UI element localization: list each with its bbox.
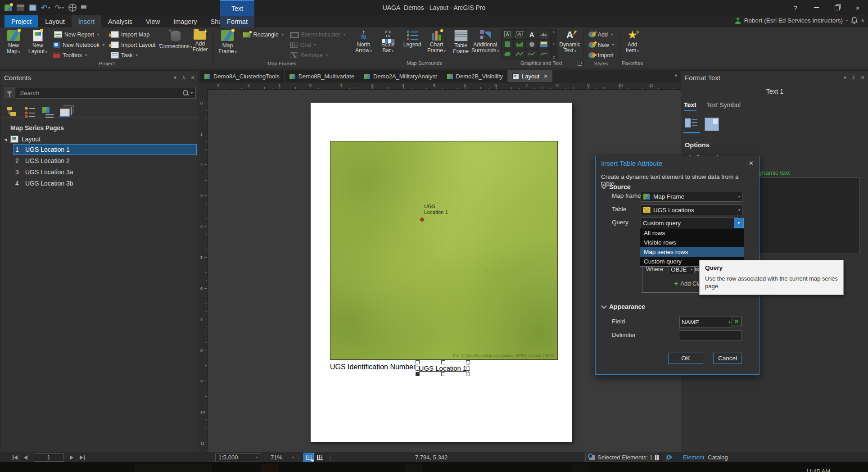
dialog-launcher-icon[interactable] — [578, 61, 582, 66]
panel-menu-icon[interactable]: ▾ — [174, 75, 176, 81]
tab-text[interactable]: Text — [684, 101, 696, 111]
query-option-visible-rows[interactable]: Visible rows — [640, 238, 744, 247]
set-field-button[interactable]: ✕ — [732, 317, 741, 326]
gallery-scrollbar[interactable]: ▴ ▾ ▾ — [551, 29, 557, 59]
account-dropdown-icon[interactable]: ▾ — [846, 18, 848, 23]
search-options-icon[interactable]: ▾ — [191, 91, 193, 95]
next-page-icon[interactable] — [70, 455, 73, 460]
map-series-page-ugs-location-3b[interactable]: 4UGS Location 3b — [13, 178, 197, 189]
toolbox-button[interactable]: Toolbox▾ — [50, 50, 107, 60]
map-series-page-ugs-location-2[interactable]: 2UGS Location 2 — [13, 155, 197, 166]
first-page-icon[interactable] — [13, 455, 18, 460]
dialog-close-icon[interactable]: ✕ — [749, 160, 754, 167]
document-tab-demo2b-visibility[interactable]: Demo2B_Visibility — [442, 70, 508, 82]
collapse-ribbon-icon[interactable]: ∧ — [861, 18, 864, 23]
pause-drawing-button[interactable] — [655, 455, 659, 460]
tab-analysis[interactable]: Analysis — [101, 15, 139, 27]
tab-view[interactable]: View — [139, 15, 167, 27]
tab-imagery[interactable]: Imagery — [167, 15, 203, 27]
document-tab-demo8b-multivariate[interactable]: Demo8B_Multivariate — [285, 70, 359, 82]
query-option-all-rows[interactable]: All rows — [640, 228, 744, 238]
help-button[interactable]: ? — [785, 0, 806, 15]
selection-handle[interactable] — [416, 372, 420, 376]
open-project-icon[interactable] — [17, 3, 24, 13]
selection-handle[interactable] — [466, 367, 470, 371]
restore-button[interactable] — [827, 0, 847, 15]
list-map-series-pages-icon[interactable] — [60, 109, 70, 117]
selected-dynamic-text-element[interactable]: UGS Location 1 — [417, 362, 469, 374]
tab-insert[interactable]: Insert — [72, 15, 101, 27]
add-item-button[interactable]: ★AddItem▾ — [621, 28, 644, 54]
filter-button[interactable] — [3, 86, 16, 99]
additional-surrounds-button[interactable]: AdditionalSurrounds▾ — [474, 28, 497, 54]
polygon-graphic-icon[interactable] — [514, 39, 526, 49]
selection-handle[interactable] — [416, 367, 420, 371]
gallery-scroll-down-icon[interactable]: ▾ — [553, 42, 555, 46]
query-option-map-series-rows[interactable]: Map series rows — [640, 247, 744, 257]
show-grid-toggle[interactable] — [315, 453, 325, 462]
text-polygon-icon[interactable]: A — [514, 29, 526, 39]
previous-page-icon[interactable] — [24, 455, 27, 460]
add-button[interactable]: Add▾ — [586, 29, 617, 40]
tree-root-layout[interactable]: Layout — [0, 134, 199, 144]
query-combo[interactable]: Custom query — [641, 218, 738, 228]
map-frame-button[interactable]: MapFrame▾ — [216, 28, 239, 55]
scale-bar-button[interactable]: 0 5 10ScaleBar▾ — [376, 28, 400, 54]
dynamic-text-button[interactable]: ADynamicText▾ — [558, 28, 582, 54]
static-text-element[interactable]: UGS Identification Number — [330, 363, 416, 371]
text-point-icon[interactable]: A — [526, 29, 538, 39]
explore-tool-icon[interactable] — [68, 3, 77, 13]
selection-handle[interactable] — [466, 372, 470, 376]
freehand-graphic-icon[interactable] — [538, 49, 550, 59]
close-button[interactable]: × — [847, 0, 868, 15]
map-series-page-ugs-location-1[interactable]: 1UGS Location 1 — [13, 144, 197, 155]
page-zoom-combo[interactable]: 71% ▾ — [271, 454, 294, 461]
selection-handle[interactable] — [466, 360, 470, 364]
panel-pin-icon[interactable]: ⊼ — [182, 75, 185, 81]
source-section-header[interactable]: Source — [602, 183, 630, 191]
line-graphic-icon[interactable] — [514, 49, 526, 59]
field-dropdown[interactable]: NAME ▾ — [679, 317, 732, 327]
list-by-source-icon[interactable] — [24, 106, 37, 118]
connections-button[interactable]: Connections▾ — [164, 28, 187, 50]
import-map-button[interactable]: Import Map — [108, 29, 163, 40]
new-notebook-button[interactable]: New Notebook▾ — [50, 40, 107, 50]
new-map-button[interactable]: NewMap▾ — [2, 28, 25, 55]
panel-close-icon[interactable]: ✕ — [191, 75, 195, 81]
task-button[interactable]: Task▾ — [108, 50, 163, 60]
text-options-icon[interactable] — [685, 118, 698, 130]
grid-button[interactable]: Grid▾ — [287, 40, 348, 50]
north-arrow-button[interactable]: ↑NNorthArrow▾ — [352, 28, 375, 54]
delimiter-input[interactable] — [679, 330, 742, 341]
map-scale-combo[interactable]: 1:5,000 ▾ — [215, 453, 261, 462]
snap-to-grid-toggle[interactable] — [303, 453, 314, 462]
last-page-icon[interactable] — [80, 455, 85, 460]
document-tab-demo8a-clusteringtools[interactable]: Demo8A_ClusteringTools — [199, 70, 285, 82]
panel-pin-icon[interactable]: ⊼ — [852, 75, 855, 81]
new-project-icon[interactable] — [5, 3, 12, 13]
selected-elements-badge[interactable]: Selected Elements: 1 — [585, 453, 657, 462]
close-tab-icon[interactable]: ✕ — [543, 73, 547, 79]
panel-close-icon[interactable]: ✕ — [861, 75, 865, 81]
tab-overflow-icon[interactable]: ▼ — [674, 73, 678, 78]
document-tab-demo2a-militaryanalyst[interactable]: Demo2A_MilitaryAnalyst — [359, 70, 442, 82]
gallery-expand-icon[interactable]: ▾ — [553, 55, 555, 59]
rectangle-graphic-icon[interactable] — [502, 39, 514, 49]
text-curved-icon[interactable]: abc — [538, 29, 550, 39]
new-layout-button[interactable]: NewLayout▾ — [26, 28, 50, 55]
customize-qat-button[interactable] — [81, 3, 86, 13]
tree-expand-icon[interactable] — [4, 139, 7, 142]
appearance-section-header[interactable]: Appearance — [602, 303, 645, 310]
reshape-button[interactable]: Reshape▾ — [287, 50, 348, 60]
query-dropdown-button[interactable]: ▼ — [734, 218, 744, 228]
extent-indicator-button[interactable]: Extent Indicator▾ — [287, 29, 348, 40]
cancel-button[interactable]: Cancel — [713, 353, 742, 364]
chart-frame-button[interactable]: ChartFrame▾ — [425, 28, 448, 54]
text-rectangle-paragraph-icon[interactable]: A — [502, 29, 514, 39]
add-folder-button[interactable]: AddFolder — [188, 28, 212, 53]
minimize-button[interactable] — [806, 0, 827, 15]
rectangle-button[interactable]: Rectangle▾ — [240, 29, 286, 40]
table-dropdown[interactable]: UGS Locations ▾ — [641, 204, 742, 215]
document-tab-layout[interactable]: Layout✕ — [508, 70, 552, 82]
circle-graphic-icon[interactable] — [526, 39, 538, 49]
